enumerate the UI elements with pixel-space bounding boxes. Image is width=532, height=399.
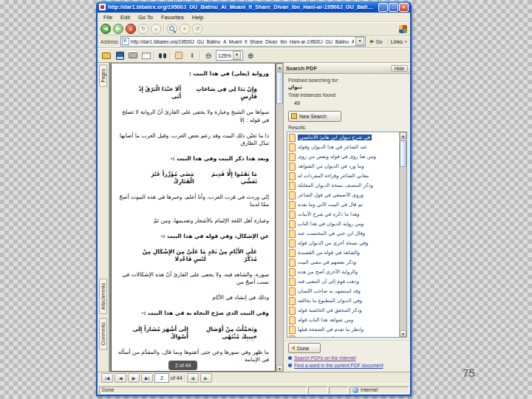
save-icon[interactable] [114,50,126,61]
done-button[interactable]: Done [288,343,321,353]
first-page-button[interactable]: |◀ [101,373,113,383]
hemistich-right: وَتَحَمَّلْتُ مِنْ أَوْصَالِ حَبِيبِكَ م… [188,326,257,341]
search-result-item[interactable]: وما ورد في الديوان من الشواهد [287,162,399,171]
go-button[interactable]: ▶ Go [368,38,385,44]
select-text-tool-icon[interactable]: I [186,50,198,61]
hide-panel-button[interactable]: Hide [391,65,408,72]
search-internet-link[interactable]: Search PDFs on the Internet [288,355,406,361]
scroll-up-icon[interactable]: ▲ [276,64,283,70]
heading-line: وفي البيت الذي صرّح النحاة به في هذا الب… [117,310,269,317]
hand-tool-icon[interactable] [173,50,185,61]
search-result-item[interactable]: ومن هنا روى في قوله وبعض من روى [287,152,399,162]
find-word-link[interactable]: Find a word in the current PDF document [288,363,406,368]
email-icon[interactable] [140,50,152,61]
results-scroll-down-icon[interactable]: ▼ [400,330,406,337]
hemistich-right: وَإِنْ بَدَا لِي فِي سَاحَاتِ فَارِسٍ [181,86,257,100]
result-page-icon [289,201,296,209]
results-scroll-thumb[interactable] [400,140,406,167]
result-page-icon [289,191,296,200]
scroll-down-icon[interactable]: ▼ [276,365,283,372]
search-result-item[interactable]: وفي نسخة أخرى من الديوان قوله [287,239,399,248]
new-search-label: New Search [299,114,327,119]
search-result-item[interactable]: في شرح ديوان ابن هانئ الأندلسي [287,133,399,143]
prose-line: وذلك في إنشاد في الأيّام [117,294,269,301]
zoom-in-icon[interactable]: ⊕ [245,50,256,61]
next-view-button[interactable]: ▶ [200,373,212,383]
results-scrollbar[interactable]: ▲ ▼ [399,132,406,337]
search-result-item[interactable]: وذكر بعضهم في معنى البيت [287,258,399,267]
tab-pages[interactable]: Pages [99,64,107,86]
search-result-item[interactable]: والرواية الأخرى أصح من هذه [287,267,399,277]
links-menu[interactable]: Links » [387,39,407,44]
search-button[interactable] [167,24,177,34]
result-snippet: وانظر ما تقدم في الصفحة قبلها [298,327,364,332]
previous-view-button[interactable]: ◀ [187,373,199,383]
minimize-button[interactable]: _ [378,3,388,12]
maximize-button[interactable]: □ [389,3,398,12]
menu-item-edit[interactable]: Edit [117,14,134,21]
address-dropdown-icon[interactable]: ▾ [355,37,364,46]
address-input[interactable]: http://dar1.bibalex.org/19500J_GU_Batinu… [120,36,366,47]
verse-line: وَإِنْ بَدَا لِي فِي سَاحَاتِ فَارِسٍأَل… [117,86,269,100]
next-page-button[interactable]: ▶ [128,373,140,383]
search-result-item[interactable]: ومن رواية الديوان في هذا الباب [287,219,399,229]
menu-item-go-to[interactable]: Go To [134,14,157,21]
page-total-label: of 44 [171,375,183,381]
address-label: Address [100,39,118,44]
new-search-button[interactable]: New Search [288,111,341,122]
search-result-item[interactable]: وذهب قوم إلى أن المعنى فيه [287,277,399,287]
scroll-thumb[interactable] [276,72,283,104]
history-button[interactable]: ↺ [192,24,202,34]
search-result-item[interactable]: معاني الشاعر وقراءة المفردات له [287,171,399,181]
search-result-item[interactable]: والشاهد في قوله من القصيدة [287,248,399,258]
menu-item-help[interactable]: Help [188,14,207,21]
title-bar[interactable]: http://dar1.bibalex.org/19500J_GU_Batinu… [98,1,410,13]
result-page-icon [289,230,296,238]
search-result-item[interactable]: وقال ابن جني في المحتسب عنه [287,229,399,239]
search-binoculars-icon[interactable] [157,50,168,61]
results-scroll-up-icon[interactable]: ▲ [400,132,406,139]
instances-found-label: Total instances found: [288,92,406,99]
menu-item-file[interactable]: File [100,14,116,21]
stop-button[interactable]: × [126,24,136,34]
favorites-button[interactable]: ★ [180,24,190,34]
hide-label: Hide [395,66,404,71]
search-result-item[interactable]: ومن شواهد هذا الباب قوله [287,316,399,325]
result-snippet: وفي الديوان المطبوع ما يخالفه [298,298,362,304]
forward-button[interactable]: ▶ [113,24,123,34]
search-result-item[interactable]: وذكر المحقق في الحاشية قوله [287,306,399,316]
tab-comments[interactable]: Comments [99,318,107,349]
open-file-icon[interactable] [100,50,112,61]
print-icon[interactable] [127,50,139,61]
search-result-item[interactable]: عند الشاعر في هذا الديوان وقوله [287,143,399,152]
search-result-item[interactable]: والمعنى أن الشاعر أراد به [287,335,399,337]
previous-page-button[interactable]: ◀ [115,373,126,383]
home-button[interactable]: ⌂ [151,24,161,34]
tab-attachments[interactable]: Attachments [99,279,107,314]
search-result-item[interactable]: وانظر ما تقدم في الصفحة قبلها [287,325,399,335]
find-word-icon [288,364,292,367]
refresh-button[interactable]: ↻ [138,24,149,34]
results-list: في شرح ديوان ابن هانئ الأندلسيعند الشاعر… [287,132,399,337]
result-snippet: معاني الشاعر وقراءة المفردات له [298,173,369,179]
search-result-item[interactable]: وذكر المصنف نسخة الديوان المقابلة [287,181,399,191]
search-result-item[interactable]: وروى الأصمعي في قول الشاعر [287,191,399,200]
acrobat-document-icon [99,4,106,10]
result-page-icon [289,239,296,248]
zoom-dropdown-icon[interactable]: ▼ [233,51,241,60]
result-snippet: ثم قال في البيت الآتي وما بعده [298,202,363,208]
pdf-scrollbar[interactable]: ▲ ▼ [276,64,283,372]
prose-line: ذا ما تعيّن ذلك البيت وقد زعم بعض العرب،… [117,132,269,147]
menu-item-favorites[interactable]: Favorites [157,14,188,21]
last-page-button[interactable]: ▶| [141,373,153,383]
search-result-item[interactable]: وفي الديوان المطبوع ما يخالفه [287,296,399,306]
back-button[interactable]: ◀ [100,24,111,34]
search-result-item[interactable]: وقد استشهد به صاحب اللسان [287,287,399,296]
zoom-level-select[interactable]: 125%▼ [216,50,243,61]
page-number-input[interactable]: 2 [154,373,169,383]
search-result-item[interactable]: ثم قال في البيت الآتي وما بعده [287,200,399,210]
close-button[interactable]: × [399,3,409,12]
search-result-item[interactable]: وهذا ما ذكره في شرح الأبيات [287,210,399,219]
zoom-out-icon[interactable]: ⊖ [202,50,214,61]
find-word-label: Find a word in the current PDF document [294,363,383,368]
